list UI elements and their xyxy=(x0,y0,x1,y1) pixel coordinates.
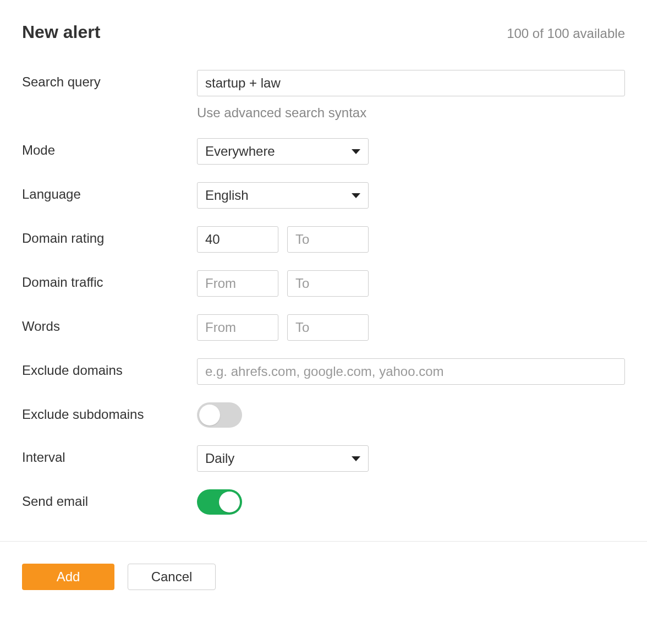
words-to-input[interactable] xyxy=(287,314,369,341)
exclude-subdomains-toggle[interactable] xyxy=(197,402,242,428)
search-query-hint: Use advanced search syntax xyxy=(197,105,625,121)
words-from-input[interactable] xyxy=(197,314,278,341)
send-email-toggle[interactable] xyxy=(197,489,242,515)
cancel-button[interactable]: Cancel xyxy=(128,564,216,590)
domain-rating-label: Domain rating xyxy=(22,226,197,246)
toggle-knob xyxy=(219,492,240,512)
send-email-label: Send email xyxy=(22,489,197,509)
domain-traffic-label: Domain traffic xyxy=(22,270,197,290)
exclude-domains-label: Exclude domains xyxy=(22,358,197,378)
search-query-label: Search query xyxy=(22,70,197,90)
language-select-value: English xyxy=(205,188,249,203)
interval-select[interactable]: Daily xyxy=(197,445,369,472)
exclude-subdomains-label: Exclude subdomains xyxy=(22,402,197,422)
domain-traffic-to-input[interactable] xyxy=(287,270,369,297)
availability-status: 100 of 100 available xyxy=(507,26,625,41)
words-label: Words xyxy=(22,314,197,334)
interval-label: Interval xyxy=(22,445,197,465)
caret-down-icon xyxy=(352,456,360,461)
mode-label: Mode xyxy=(22,138,197,158)
search-query-input[interactable] xyxy=(197,70,625,96)
mode-select[interactable]: Everywhere xyxy=(197,138,369,165)
caret-down-icon xyxy=(352,193,360,198)
mode-select-value: Everywhere xyxy=(205,144,275,159)
caret-down-icon xyxy=(352,149,360,154)
domain-traffic-from-input[interactable] xyxy=(197,270,278,297)
exclude-domains-input[interactable] xyxy=(197,358,625,385)
page-title: New alert xyxy=(22,22,100,42)
domain-rating-from-input[interactable] xyxy=(197,226,278,253)
language-label: Language xyxy=(22,182,197,202)
interval-select-value: Daily xyxy=(205,451,234,466)
toggle-knob xyxy=(199,405,220,425)
add-button[interactable]: Add xyxy=(22,564,114,590)
language-select[interactable]: English xyxy=(197,182,369,209)
domain-rating-to-input[interactable] xyxy=(287,226,369,253)
